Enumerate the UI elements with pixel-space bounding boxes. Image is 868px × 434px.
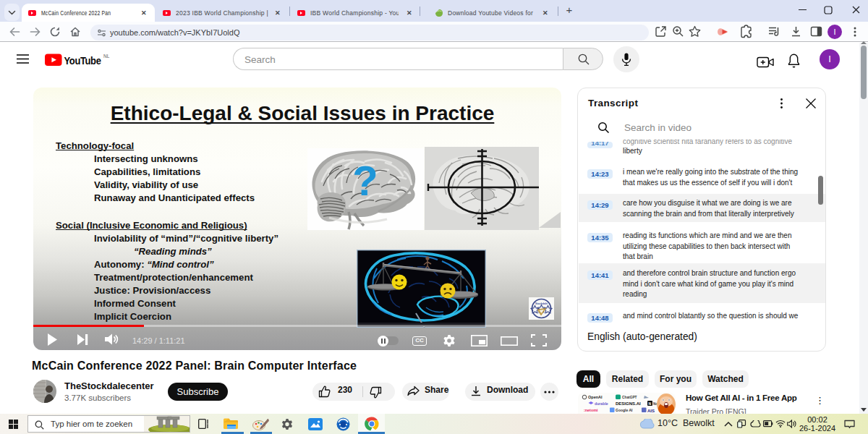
svg-text:?: ? [352,157,378,204]
svg-text::netomi: :netomi [584,408,598,412]
svg-text:DESIGNS.AI: DESIGNS.AI [616,401,641,406]
svg-text:YouTube: YouTube [64,54,101,67]
svg-text:Google AI: Google AI [616,408,633,412]
svg-text:durable: durable [595,401,608,406]
svg-text:N: N [649,401,652,406]
svg-text:ChatGPT: ChatGPT [622,396,637,399]
svg-text:NL: NL [103,54,110,59]
svg-text:AIS: AIS [647,409,655,413]
svg-text:OpenAI: OpenAI [588,395,603,399]
